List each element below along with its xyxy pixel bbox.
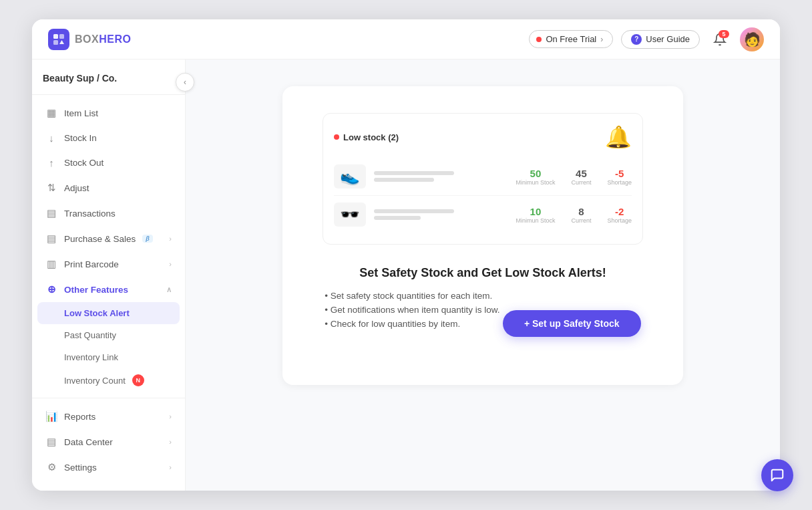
bar-line-2a (374, 209, 454, 213)
other-features-label: Other Features (64, 285, 128, 295)
stock-bars-1 (374, 171, 508, 182)
shortage-group-1: -5 Shortage (607, 168, 632, 186)
print-barcode-label: Print Barcode (64, 259, 119, 269)
stock-image-1: 👟 (334, 164, 366, 188)
purchase-sales-label: Purchase & Sales (64, 234, 136, 244)
item-list-icon: ▦ (45, 107, 57, 119)
low-stock-label: Low stock (2) (343, 132, 399, 142)
guide-icon: ? (631, 34, 642, 45)
trial-label: On Free Trial (546, 34, 596, 44)
nav-item-print-barcode[interactable]: ▥ Print Barcode › (32, 251, 185, 277)
min-stock-label-1: Minimun Stock (516, 179, 555, 186)
stock-in-label: Stock In (64, 133, 97, 143)
data-center-arrow: › (169, 438, 172, 446)
logo-box-text: BOX (75, 33, 99, 45)
transactions-icon: ▤ (45, 207, 57, 219)
min-stock-group-2: 10 Minimun Stock (516, 206, 555, 224)
setup-btn-label: + Set up Safety Stock (524, 318, 620, 329)
nav-item-data-center[interactable]: ▤ Data Center › (32, 429, 185, 455)
settings-arrow: › (169, 463, 172, 471)
cta-bullet-3: Check for low quantities by item. (325, 319, 499, 329)
inventory-count-label: Inventory Count (64, 376, 126, 386)
current-label-1: Current (571, 179, 591, 186)
sub-item-inventory-count[interactable]: Inventory Count N (32, 368, 185, 392)
sidebar: Beauty Sup / Co. ‹ ▦ Item List ↓ Stock I… (32, 59, 186, 491)
stock-bars-2 (374, 209, 508, 220)
cta-title: Set Safety Stock and Get Low Stock Alert… (323, 266, 643, 280)
current-group-1: 45 Current (571, 168, 591, 186)
stock-out-icon: ↑ (45, 157, 57, 168)
min-stock-group-1: 50 Minimun Stock (516, 168, 555, 186)
svg-marker-3 (59, 40, 64, 44)
shortage-value-1: -5 (607, 168, 632, 179)
trial-dot (536, 37, 542, 42)
nav-item-item-list[interactable]: ▦ Item List (32, 100, 185, 126)
cta-bullet-2: Get notifications when item quantity is … (325, 305, 499, 315)
adjust-icon: ⇅ (45, 182, 57, 194)
cta-bullet-1: Set safety stock quantities for each ite… (325, 291, 499, 301)
sidebar-header: Beauty Sup / Co. ‹ (32, 70, 185, 95)
trial-arrow-icon: › (600, 35, 603, 44)
chat-bubble-button[interactable] (761, 459, 793, 491)
user-guide-button[interactable]: ? User Guide (621, 30, 700, 49)
svg-rect-1 (59, 34, 64, 39)
sub-item-past-quantity[interactable]: Past Quantity (32, 324, 185, 346)
data-center-label: Data Center (64, 437, 113, 447)
avatar[interactable]: 🧑 (740, 27, 764, 51)
bell-emoji: 🔔 (605, 124, 632, 150)
stock-nums-1: 50 Minimun Stock 45 Current -5 Shortage (516, 168, 632, 186)
notifications-button[interactable]: 5 (708, 27, 732, 51)
trial-button[interactable]: On Free Trial › (529, 30, 613, 48)
company-name: Beauty Sup / Co. (43, 73, 117, 84)
nav-item-other-features[interactable]: ⊕ Other Features ∧ (32, 277, 185, 302)
data-center-icon: ▤ (45, 436, 57, 448)
nav-item-stock-out[interactable]: ↑ Stock Out (32, 150, 185, 175)
low-stock-header: Low stock (2) 🔔 (334, 124, 632, 150)
logo-icon (48, 29, 69, 50)
stock-row-1: 👟 50 Minimun Stock 45 (334, 158, 632, 196)
nav-item-stock-in[interactable]: ↓ Stock In (32, 126, 185, 150)
low-stock-alert-label: Low Stock Alert (64, 308, 130, 318)
current-label-2: Current (571, 217, 591, 224)
current-group-2: 8 Current (571, 206, 591, 224)
bar-line-1b (374, 178, 434, 182)
reports-arrow: › (169, 412, 172, 420)
nav-item-purchase-sales[interactable]: ▤ Purchase & Sales β › (32, 226, 185, 251)
print-barcode-arrow: › (169, 260, 172, 268)
nav-item-adjust[interactable]: ⇅ Adjust (32, 175, 185, 201)
reports-icon: 📊 (45, 410, 57, 422)
svg-rect-2 (53, 40, 58, 45)
current-value-1: 45 (571, 168, 591, 179)
shortage-value-2: -2 (607, 206, 632, 217)
sidebar-toggle-button[interactable]: ‹ (176, 73, 194, 92)
guide-label: User Guide (646, 34, 690, 44)
low-stock-widget: Low stock (2) 🔔 👟 50 (323, 113, 643, 245)
app-header: BOXHERO On Free Trial › ? User Guide 5 🧑 (32, 19, 780, 59)
setup-safety-stock-button[interactable]: + Set up Safety Stock (503, 310, 641, 337)
stock-nums-2: 10 Minimun Stock 8 Current -2 Shortage (516, 206, 632, 224)
transactions-label: Transactions (64, 209, 116, 219)
notif-badge: 5 (719, 30, 729, 38)
new-badge: N (132, 374, 144, 386)
past-quantity-label: Past Quantity (64, 330, 116, 340)
svg-rect-0 (53, 34, 58, 39)
sub-item-inventory-link[interactable]: Inventory Link (32, 346, 185, 368)
content-card: Low stock (2) 🔔 👟 50 (282, 86, 683, 385)
beta-badge: β (142, 235, 153, 243)
app-body: Beauty Sup / Co. ‹ ▦ Item List ↓ Stock I… (32, 59, 780, 491)
nav-item-settings[interactable]: ⚙ Settings › (32, 455, 185, 480)
purchase-sales-arrow: › (169, 235, 172, 243)
adjust-label: Adjust (64, 183, 89, 193)
low-stock-dot (334, 134, 339, 140)
header-right: On Free Trial › ? User Guide 5 🧑 (529, 27, 764, 51)
nav-item-transactions[interactable]: ▤ Transactions (32, 201, 185, 226)
logo-hero-text: HERO (99, 33, 131, 45)
min-stock-label-2: Minimun Stock (516, 217, 555, 224)
other-features-arrow: ∧ (166, 285, 172, 294)
bar-line-2b (374, 216, 421, 220)
low-stock-title: Low stock (2) (334, 132, 399, 142)
nav-item-reports[interactable]: 📊 Reports › (32, 404, 185, 429)
other-features-icon: ⊕ (45, 283, 57, 295)
min-stock-value-2: 10 (516, 206, 555, 217)
sub-item-low-stock-alert[interactable]: Low Stock Alert (37, 302, 180, 324)
